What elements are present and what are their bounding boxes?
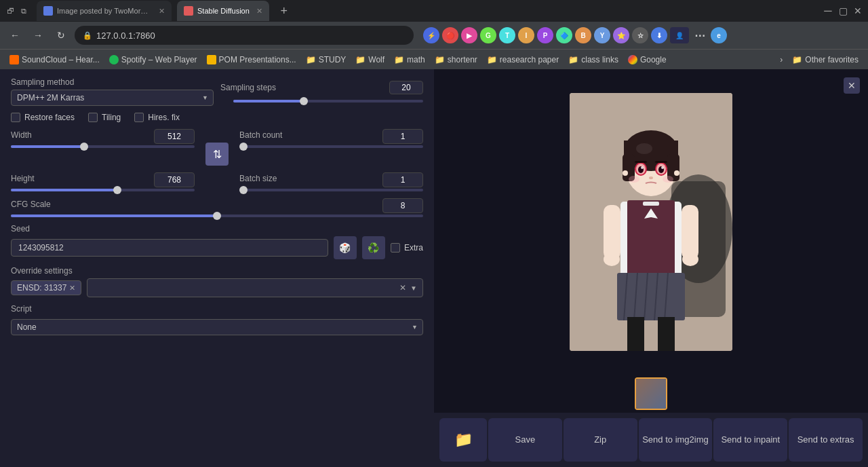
folder-icon-research: 📁 (487, 55, 497, 64)
bookmark-research[interactable]: 📁 reasearch paper (483, 54, 563, 66)
back-button[interactable]: ← (5, 26, 24, 45)
svg-rect-16 (682, 205, 698, 259)
width-value[interactable]: 512 (154, 129, 195, 144)
override-dropdown-arrow[interactable]: ▼ (410, 284, 417, 292)
edge-icon[interactable]: e (711, 27, 727, 43)
bookmark-google[interactable]: Google (624, 54, 671, 66)
batch-size-value[interactable]: 1 (382, 172, 423, 187)
bookmark-pom[interactable]: POM Presentations... (203, 54, 300, 66)
swap-dimensions-button[interactable]: ⇅ (205, 143, 229, 166)
height-slider[interactable] (11, 189, 195, 191)
restore-faces-label: Restore faces (24, 113, 75, 122)
batch-count-thumb[interactable] (239, 143, 248, 151)
tab-close-1[interactable]: ✕ (159, 7, 165, 16)
override-settings-section: Override settings ENSD: 31337 ✕ ✕ ▼ (11, 266, 423, 297)
send-to-extras-label: Send to extras (797, 434, 854, 446)
ext-icon-6[interactable]: I (518, 27, 534, 43)
ext-icon-10[interactable]: Y (594, 27, 610, 43)
browser-tab-2[interactable]: Stable Diffusion ✕ (177, 1, 269, 21)
bookmark-google-label: Google (640, 55, 667, 64)
bookmark-math[interactable]: 📁 math (390, 54, 429, 66)
seed-dice-button[interactable]: 🎲 (334, 236, 357, 259)
tab-close-2[interactable]: ✕ (256, 7, 262, 16)
batch-count-slider[interactable] (239, 145, 423, 148)
forward-button[interactable]: → (28, 26, 47, 45)
ext-icon-11[interactable]: ⭐ (613, 27, 629, 43)
save-button[interactable]: Save (488, 418, 562, 462)
bookmark-other-favorites[interactable]: 📁 Other favorites (788, 54, 863, 66)
override-input-area[interactable]: ✕ ▼ (87, 278, 423, 297)
more-options-button[interactable]: ⋯ (692, 27, 708, 43)
cfg-scale-value[interactable]: 8 (382, 198, 423, 213)
sampling-steps-thumb[interactable] (300, 97, 308, 105)
override-tag-remove[interactable]: ✕ (69, 284, 75, 293)
tiling-label: Tiling (102, 113, 121, 122)
batch-count-value[interactable]: 1 (382, 129, 423, 144)
height-value[interactable]: 768 (154, 172, 195, 187)
width-thumb[interactable] (80, 143, 88, 151)
cfg-scale-slider[interactable] (11, 214, 423, 217)
ext-icon-4[interactable]: G (480, 27, 496, 43)
refresh-button[interactable]: ↻ (52, 26, 71, 45)
ext-icon-8[interactable]: 🔷 (556, 27, 572, 43)
width-slider[interactable] (11, 145, 195, 148)
sampling-steps-label: Sampling steps (220, 83, 276, 92)
sampling-method-select[interactable]: DPM++ 2M Karras (11, 90, 214, 106)
sampling-steps-slider[interactable] (233, 100, 423, 102)
width-label: Width (11, 130, 32, 140)
folder-icon: 📁 (454, 430, 473, 450)
send-to-img2img-button[interactable]: Send to img2img (639, 418, 713, 462)
send-to-inpaint-button[interactable]: Send to inpaint (713, 418, 787, 462)
hires-fix-checkbox[interactable]: Hires. fix (134, 113, 180, 122)
cfg-thumb[interactable] (213, 212, 221, 220)
maximize-button[interactable]: ▢ (838, 6, 848, 16)
batch-size-thumb[interactable] (239, 186, 248, 194)
ext-icon-5[interactable]: T (499, 27, 515, 43)
hires-fix-label: Hires. fix (148, 113, 180, 122)
svg-point-39 (682, 253, 698, 266)
seed-input[interactable]: 1243095812 (11, 239, 328, 257)
ext-icon-12[interactable]: ☆ (632, 27, 648, 43)
bookmark-spotify[interactable]: Spotify – Web Player (105, 54, 201, 66)
window-controls: 🗗 ⧉ (5, 6, 28, 16)
cfg-label-row: CFG Scale 8 (11, 198, 423, 213)
close-window-button[interactable]: ✕ (853, 6, 863, 16)
bookmark-class-links[interactable]: 📁 class links (564, 54, 623, 66)
ext-icon-1[interactable]: ⚡ (423, 27, 439, 43)
seed-recycle-button[interactable]: ♻️ (362, 236, 385, 259)
more-bookmarks-button[interactable]: › (776, 54, 787, 66)
override-clear-button[interactable]: ✕ (399, 283, 406, 293)
sampling-steps-value[interactable]: 20 (389, 81, 423, 94)
new-tab-button[interactable]: + (275, 1, 294, 20)
minimize-button[interactable]: ─ (823, 6, 833, 16)
thumbnail-1[interactable] (635, 377, 667, 410)
bookmark-study[interactable]: 📁 STUDY (302, 54, 351, 66)
send-to-img2img-label: Send to img2img (642, 434, 709, 446)
address-box[interactable]: 🔒 127.0.0.1:7860 (75, 26, 414, 45)
script-select[interactable]: None (11, 319, 423, 335)
bookmark-soundcloud[interactable]: SoundCloud – Hear... (5, 54, 104, 66)
ext-icon-7[interactable]: P (537, 27, 553, 43)
bookmark-shortenr[interactable]: 📁 shortenr (431, 54, 481, 66)
batch-size-slider[interactable] (239, 189, 423, 191)
tab-group-icon[interactable]: ⧉ (19, 6, 28, 16)
restore-faces-checkbox[interactable]: Restore faces (11, 113, 75, 122)
height-label: Height (11, 174, 35, 183)
ext-icon-3[interactable]: ▶ (461, 27, 477, 43)
ext-icon-13[interactable]: ⬇ (651, 27, 667, 43)
extra-checkbox[interactable]: Extra (391, 243, 423, 253)
open-folder-button[interactable]: 📁 (439, 418, 487, 462)
ext-icon-9[interactable]: B (575, 27, 591, 43)
bookmark-wolf[interactable]: 📁 Wolf (351, 54, 389, 66)
browser-tab-1[interactable]: Image posted by TwoMoreTimes... ✕ (37, 1, 172, 21)
image-close-button[interactable]: ✕ (844, 77, 860, 94)
ext-icon-14[interactable]: 👤 (670, 27, 689, 43)
new-tab-icon[interactable]: 🗗 (5, 6, 15, 16)
ext-icon-2[interactable]: 🔴 (442, 27, 458, 43)
height-thumb[interactable] (113, 186, 121, 194)
folder-icon-shortenr: 📁 (435, 55, 445, 64)
send-to-extras-button[interactable]: Send to extras (789, 418, 863, 462)
tiling-checkbox[interactable]: Tiling (88, 113, 121, 122)
zip-button[interactable]: Zip (564, 418, 637, 462)
bookmark-shortenr-label: shortenr (448, 55, 477, 64)
